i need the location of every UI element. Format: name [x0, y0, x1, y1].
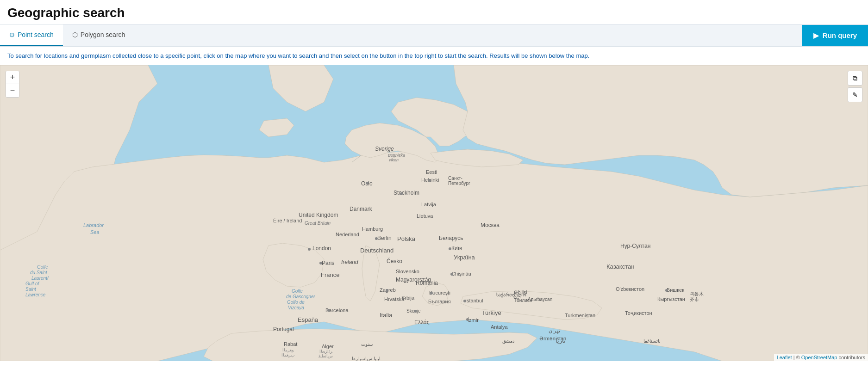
svg-text:Sea: Sea	[90, 229, 100, 235]
svg-text:Great Britain: Great Britain	[305, 221, 331, 226]
svg-text:Vizcaya: Vizcaya	[288, 305, 304, 310]
svg-text:Нур-Султан: Нур-Султан	[620, 243, 650, 249]
svg-text:Antalya: Antalya	[491, 324, 508, 330]
svg-text:Česko: Česko	[387, 258, 402, 264]
svg-text:Skopje: Skopje	[406, 308, 421, 314]
svg-point-76	[327, 309, 330, 312]
leaflet-link[interactable]: Leaflet	[777, 355, 792, 360]
svg-text:دمشق: دمشق	[502, 338, 514, 344]
svg-text:О'zbекистon: О'zbекистon	[616, 286, 644, 292]
svg-text:ناتسناغفا: ناتسناغفا	[643, 338, 661, 344]
point-search-icon: ⊙	[9, 31, 15, 38]
svg-text:Golfe: Golfe	[292, 289, 303, 294]
svg-text:Тбилиси: Тбилиси	[514, 298, 532, 303]
svg-point-60	[430, 292, 433, 295]
svg-text:Lawrence: Lawrence	[25, 292, 46, 297]
svg-text:بﺮﻐﻤﻟا: بﺮﻐﻤﻟا	[281, 353, 294, 358]
svg-text:Turkmenistan: Turkmenistan	[565, 313, 595, 318]
svg-text:Türkiye: Türkiye	[481, 309, 501, 316]
svg-text:Polska: Polska	[397, 235, 416, 242]
svg-text:Петербург: Петербург	[448, 181, 470, 186]
tab-point-search-label: Point search	[18, 31, 54, 38]
svg-point-53	[450, 273, 453, 276]
svg-text:ﻮﻐﺮﻤﻟا: ﻮﻐﺮﻤﻟا	[282, 348, 294, 353]
svg-point-15	[366, 182, 368, 184]
svg-text:Київ: Київ	[451, 245, 462, 252]
layers-icon: ⧉	[853, 74, 857, 82]
run-query-label: Run query	[823, 31, 857, 39]
svg-point-50	[449, 247, 451, 250]
tab-bar: ⊙ Point search ⬡ Polygon search ▶ Run qu…	[0, 24, 868, 47]
svg-text:Eesti: Eesti	[426, 169, 437, 175]
svg-text:Laurent/: Laurent/	[31, 276, 49, 281]
svg-text:Lietuva: Lietuva	[417, 213, 433, 219]
svg-point-65	[463, 300, 466, 302]
svg-text:Golfo de: Golfo de	[287, 300, 305, 305]
svg-text:İstanbul: İstanbul	[465, 298, 483, 303]
layer-control-button[interactable]: ⧉	[848, 71, 862, 86]
attribution-text: | ©	[793, 355, 801, 360]
osm-link[interactable]: OpenStreetMap	[801, 355, 837, 360]
svg-point-17	[400, 192, 403, 195]
svg-text:Chișinău: Chișinău	[451, 271, 471, 277]
svg-text:Golfe: Golfe	[37, 264, 48, 270]
svg-text:Sverige: Sverige	[375, 146, 394, 152]
map-container[interactable]: + − ⧉ ✎	[0, 65, 868, 361]
contributors-text: contributors	[839, 355, 865, 360]
svg-text:Alger: Alger	[322, 344, 334, 349]
zoom-in-button[interactable]: +	[6, 71, 19, 84]
tab-polygon-search[interactable]: ⬡ Polygon search	[63, 25, 135, 46]
svg-text:România: România	[416, 280, 438, 286]
svg-text:تهران: تهران	[549, 328, 560, 334]
svg-text:Ireland: Ireland	[341, 259, 358, 265]
svg-text:Ελλάς: Ελλάς	[414, 319, 430, 326]
svg-text:Slovensko: Slovensko	[396, 269, 419, 274]
svg-point-55	[386, 289, 388, 292]
info-bar: To search for locations and germplasm co…	[0, 47, 868, 65]
svg-point-30	[308, 248, 311, 251]
draw-icon: ✎	[852, 91, 858, 98]
svg-text:سﺎﻨﻄﻨﻗ: سﺎﻨﻄﻨﻗ	[318, 354, 333, 359]
svg-point-63	[414, 310, 417, 313]
page-title: Geographic search	[0, 0, 868, 24]
tab-point-search[interactable]: ⊙ Point search	[0, 25, 63, 46]
svg-text:London: London	[312, 245, 331, 252]
map-attribution: Leaflet | © OpenStreetMap contributors	[774, 354, 868, 361]
run-query-button[interactable]: ▶ Run query	[802, 25, 868, 46]
info-text: To search for locations and germplasm co…	[7, 52, 589, 59]
svg-text:ناریا: ناریا	[556, 337, 566, 344]
svg-text:سنوت: سنوت	[361, 342, 373, 347]
run-query-icon: ▶	[813, 31, 819, 40]
svg-text:Berlin: Berlin	[377, 235, 392, 241]
svg-text:Nederland: Nederland	[336, 232, 359, 237]
map-right-controls: ⧉ ✎	[848, 71, 862, 102]
svg-text:Deutschland: Deutschland	[360, 247, 393, 254]
svg-point-19	[428, 179, 431, 182]
svg-text:Gulf of: Gulf of	[25, 281, 40, 286]
svg-text:Україна: Україна	[454, 254, 475, 261]
svg-text:Latvija: Latvija	[421, 202, 437, 207]
polygon-search-icon: ⬡	[72, 31, 78, 38]
map-svg: Labrador Sea Golfe du Saint- Laurent/ Gu…	[0, 65, 868, 361]
svg-text:乌鲁木: 乌鲁木	[690, 291, 704, 296]
svg-text:Кыргызстан: Кыргызстан	[657, 296, 685, 302]
svg-text:United Kingdom: United Kingdom	[299, 212, 338, 218]
svg-text:Бишкек: Бишкек	[667, 287, 684, 293]
svg-point-91	[665, 289, 668, 292]
lasso-button[interactable]: ✎	[848, 87, 862, 102]
svg-text:Stockholm: Stockholm	[393, 190, 419, 196]
svg-text:България: България	[428, 299, 451, 304]
svg-text:Санкт-: Санкт-	[448, 176, 462, 181]
svg-text:Paris: Paris	[322, 260, 334, 266]
svg-text:Danmark: Danmark	[350, 206, 373, 212]
svg-text:Saint: Saint	[25, 287, 37, 292]
svg-text:Тоҷикистон: Тоҷикистон	[625, 310, 652, 316]
svg-text:ﺎﻴﺒﻴﻟ سﺎﺴﺑاﺮﻃ: ﺎﻴﺒﻴﻟ سﺎﺴﺑاﺮﻃ	[351, 356, 381, 361]
zoom-out-button[interactable]: −	[6, 84, 19, 97]
svg-text:Éire / Ireland: Éire / Ireland	[273, 218, 302, 223]
svg-text:Беларусь: Беларусь	[439, 235, 463, 241]
svg-text:Rabat: Rabat	[284, 341, 297, 347]
svg-text:Bottniska: Bottniska	[388, 153, 405, 158]
svg-text:İzmir: İzmir	[468, 317, 479, 323]
svg-text:Labrador: Labrador	[83, 222, 104, 228]
